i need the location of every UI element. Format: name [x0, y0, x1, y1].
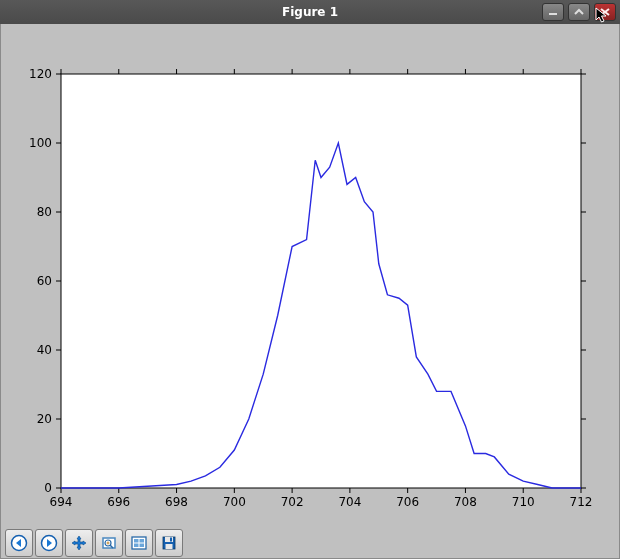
- minimize-button[interactable]: [542, 3, 564, 21]
- y-tick-label: 40: [37, 343, 52, 357]
- window-title: Figure 1: [0, 5, 620, 19]
- nav-back-icon: [10, 534, 28, 552]
- configure-button[interactable]: [125, 529, 153, 557]
- x-tick-label: 694: [50, 495, 73, 509]
- figure-window: Figure 1 0204060801001206946966987007027…: [0, 0, 620, 559]
- nav-back-button[interactable]: [5, 529, 33, 557]
- y-tick-label: 100: [29, 136, 52, 150]
- x-tick-label: 712: [570, 495, 593, 509]
- x-tick-label: 700: [223, 495, 246, 509]
- pan-button[interactable]: [65, 529, 93, 557]
- y-tick-label: 20: [37, 412, 52, 426]
- nav-forward-icon: [40, 534, 58, 552]
- nav-forward-button[interactable]: [35, 529, 63, 557]
- pan-icon: [70, 534, 88, 552]
- save-icon: [160, 534, 178, 552]
- close-button[interactable]: [594, 3, 616, 21]
- svg-rect-52: [170, 538, 172, 542]
- save-button[interactable]: [155, 529, 183, 557]
- zoom-button[interactable]: [95, 529, 123, 557]
- x-tick-label: 698: [165, 495, 188, 509]
- x-tick-label: 708: [454, 495, 477, 509]
- x-tick-label: 702: [281, 495, 304, 509]
- svg-rect-47: [140, 539, 145, 543]
- y-tick-label: 0: [44, 481, 52, 495]
- window-button-group: [542, 3, 620, 21]
- svg-rect-53: [166, 544, 173, 549]
- svg-rect-48: [134, 544, 139, 548]
- plot-area: 0204060801001206946966987007027047067087…: [1, 24, 619, 527]
- x-tick-label: 696: [107, 495, 130, 509]
- x-tick-label: 704: [338, 495, 361, 509]
- x-tick-label: 706: [396, 495, 419, 509]
- y-tick-label: 60: [37, 274, 52, 288]
- maximize-button[interactable]: [568, 3, 590, 21]
- axes-frame: [61, 74, 581, 488]
- configure-icon: [130, 534, 148, 552]
- y-tick-label: 120: [29, 67, 52, 81]
- titlebar[interactable]: Figure 1: [0, 0, 620, 24]
- svg-rect-45: [132, 537, 146, 549]
- x-tick-label: 710: [512, 495, 535, 509]
- line-chart: 0204060801001206946966987007027047067087…: [1, 24, 619, 528]
- svg-rect-46: [134, 539, 139, 543]
- zoom-icon: [100, 534, 118, 552]
- client-area: 0204060801001206946966987007027047067087…: [0, 24, 620, 559]
- svg-rect-49: [140, 544, 145, 548]
- mpl-toolbar: [1, 527, 619, 558]
- y-tick-label: 80: [37, 205, 52, 219]
